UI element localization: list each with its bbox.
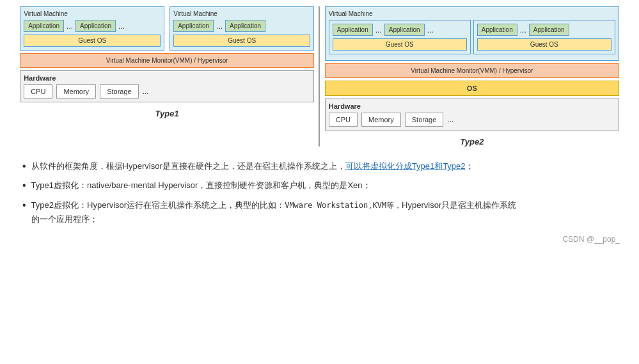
diagrams-row: Virtual Machine Application ... Applicat…: [13, 6, 626, 146]
bullet-dot-3: •: [22, 198, 26, 212]
type2-inner2-app2: Application: [529, 24, 569, 36]
type1-vm1-app1: Application: [24, 20, 64, 32]
type1-vm1-apps: Application ... Application ...: [24, 20, 161, 32]
type1-vm1-guestos: Guest OS: [24, 35, 161, 47]
type1-hw-dots: ...: [143, 87, 149, 96]
type2-inner-app2: Application: [384, 24, 425, 36]
type1-vm1-dots2: ...: [118, 22, 125, 31]
diagram-divider: [319, 6, 320, 146]
type2-hardware-items: CPU Memory Storage ...: [329, 113, 615, 127]
type2-inner-app1: Application: [333, 24, 373, 36]
type1-vm-row: Virtual Machine Application ... Applicat…: [20, 6, 314, 51]
type1-cpu: CPU: [24, 84, 52, 99]
type2-inner-vm1: Application ... Application ... Guest OS: [329, 20, 471, 54]
highlight-mono: VMware Workstation,KVM等，: [285, 201, 402, 210]
type1-vm2-title: Virtual Machine: [173, 10, 310, 17]
type1-vm2-apps: Application ... Application: [173, 20, 310, 32]
type2-storage: Storage: [405, 113, 444, 127]
type1-vm2-dots1: ...: [216, 22, 223, 31]
type1-vm1-app2: Application: [75, 20, 116, 32]
text-section: • 从软件的框架角度，根据Hypervisor是直接在硬件之上，还是在宿主机操作…: [13, 159, 626, 232]
type1-vmm-bar: Virtual Machine Monitor(VMM) / Hyperviso…: [20, 53, 314, 68]
type2-diagram: Virtual Machine Application ... Applicat…: [325, 6, 619, 146]
type1-vm2-guestos: Guest OS: [173, 35, 310, 47]
type2-outer-vm: Virtual Machine Application ... Applicat…: [325, 6, 619, 61]
bullet-text-2: Type1虚拟化：native/bare-mental Hypervisor，直…: [31, 178, 617, 193]
type1-memory: Memory: [56, 84, 96, 99]
bullet-3: • Type2虚拟化：Hypervisor运行在宿主机操作系统之上，典型的比如：…: [22, 198, 617, 226]
type1-vm2-app1: Application: [173, 20, 214, 32]
type1-hardware: Hardware CPU Memory Storage ...: [20, 70, 314, 102]
type2-inner-guestos1: Guest OS: [333, 38, 467, 51]
csdn-watermark: CSDN @__pop_: [13, 235, 626, 244]
type2-memory: Memory: [361, 113, 401, 127]
highlight-type12: 可以将虚拟化分成Type1和Type2: [345, 161, 466, 171]
type2-hardware-title: Hardware: [329, 102, 615, 110]
bullet-dot-2: •: [22, 178, 26, 193]
type2-vmm-bar: Virtual Machine Monitor(VMM) / Hyperviso…: [325, 63, 619, 78]
type2-inner-dots2: ...: [427, 26, 434, 35]
type2-cpu: CPU: [329, 113, 358, 127]
type1-vm1-dots1: ...: [67, 22, 73, 31]
type1-vm1-title: Virtual Machine: [24, 10, 161, 17]
type1-storage: Storage: [100, 84, 139, 99]
bullet-text-1: 从软件的框架角度，根据Hypervisor是直接在硬件之上，还是在宿主机操作系统…: [31, 159, 617, 173]
type1-vm1: Virtual Machine Application ... Applicat…: [20, 6, 164, 51]
type2-hw-dots: ...: [447, 115, 454, 124]
type2-hardware: Hardware CPU Memory Storage ...: [325, 99, 619, 131]
bullet-text-3: Type2虚拟化：Hypervisor运行在宿主机操作系统之上，典型的比如：VM…: [31, 198, 617, 226]
bullet-2: • Type1虚拟化：native/bare-mental Hypervisor…: [22, 178, 617, 193]
main-container: Virtual Machine Application ... Applicat…: [0, 0, 639, 250]
type2-inner-vm1-apps: Application ... Application ...: [333, 24, 467, 36]
type2-inner-guestos2: Guest OS: [477, 38, 611, 51]
type2-os-bar: OS: [325, 81, 619, 96]
type1-hardware-title: Hardware: [24, 74, 310, 82]
type2-inner-dots1: ...: [375, 26, 382, 35]
type2-inner2-dots1: ...: [520, 26, 526, 35]
type1-diagram: Virtual Machine Application ... Applicat…: [20, 6, 314, 118]
type2-inner-vm2-apps: Application ... Application: [477, 24, 611, 36]
type1-hardware-items: CPU Memory Storage ...: [24, 84, 310, 99]
type2-label: Type2: [460, 137, 484, 146]
bullet-dot-1: •: [22, 159, 26, 173]
bullet-1: • 从软件的框架角度，根据Hypervisor是直接在硬件之上，还是在宿主机操作…: [22, 159, 617, 173]
type2-outer-vm-title: Virtual Machine: [329, 10, 615, 17]
type1-vm2: Virtual Machine Application ... Applicat…: [170, 6, 314, 51]
type2-inner-vm2: Application ... Application Guest OS: [473, 20, 615, 54]
type1-label: Type1: [155, 109, 179, 118]
type1-vm2-app2: Application: [225, 20, 265, 32]
type2-inner2-app1: Application: [477, 24, 517, 36]
type2-vm-inner: Application ... Application ... Guest OS…: [329, 20, 615, 54]
